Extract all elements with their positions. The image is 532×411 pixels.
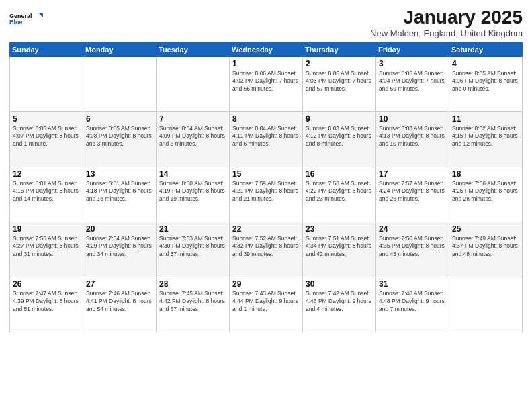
header-wednesday: Wednesday — [230, 43, 303, 57]
calendar-cell: 4Sunrise: 8:05 AM Sunset: 4:06 PM Daylig… — [449, 57, 523, 112]
calendar-cell: 12Sunrise: 8:01 AM Sunset: 4:16 PM Dayli… — [10, 167, 83, 222]
calendar-cell: 6Sunrise: 8:05 AM Sunset: 4:08 PM Daylig… — [83, 112, 157, 167]
day-number: 15 — [232, 169, 300, 179]
day-info: Sunrise: 8:03 AM Sunset: 4:13 PM Dayligh… — [379, 125, 446, 148]
calendar-cell: 27Sunrise: 7:46 AM Sunset: 4:41 PM Dayli… — [83, 277, 157, 332]
day-number: 12 — [13, 169, 80, 179]
day-number: 11 — [452, 114, 519, 124]
day-number: 27 — [86, 279, 153, 289]
day-number: 29 — [232, 279, 300, 289]
day-number: 17 — [379, 169, 446, 179]
calendar-cell: 26Sunrise: 7:47 AM Sunset: 4:39 PM Dayli… — [10, 277, 83, 332]
month-title: January 2025 — [370, 7, 523, 28]
calendar-cell: 2Sunrise: 8:06 AM Sunset: 4:03 PM Daylig… — [303, 57, 376, 112]
day-info: Sunrise: 8:02 AM Sunset: 4:15 PM Dayligh… — [452, 125, 519, 148]
calendar-cell — [10, 57, 83, 112]
header-saturday: Saturday — [449, 43, 523, 57]
calendar-cell: 28Sunrise: 7:45 AM Sunset: 4:42 PM Dayli… — [157, 277, 230, 332]
logo-svg: General Blue — [9, 7, 43, 31]
day-number: 8 — [232, 114, 300, 124]
day-info: Sunrise: 7:56 AM Sunset: 4:25 PM Dayligh… — [452, 180, 519, 203]
header: General Blue January 2025 New Malden, En… — [9, 7, 523, 38]
calendar-cell: 13Sunrise: 8:01 AM Sunset: 4:18 PM Dayli… — [83, 167, 157, 222]
day-info: Sunrise: 7:55 AM Sunset: 4:27 PM Dayligh… — [13, 235, 80, 258]
day-number: 13 — [86, 169, 153, 179]
day-number: 9 — [306, 114, 373, 124]
day-info: Sunrise: 8:05 AM Sunset: 4:04 PM Dayligh… — [379, 70, 446, 93]
calendar-cell: 16Sunrise: 7:58 AM Sunset: 4:22 PM Dayli… — [303, 167, 376, 222]
calendar-cell: 30Sunrise: 7:42 AM Sunset: 4:46 PM Dayli… — [303, 277, 376, 332]
day-info: Sunrise: 7:59 AM Sunset: 4:21 PM Dayligh… — [232, 180, 300, 203]
day-info: Sunrise: 7:52 AM Sunset: 4:32 PM Dayligh… — [232, 235, 300, 258]
calendar-cell: 5Sunrise: 8:05 AM Sunset: 4:07 PM Daylig… — [10, 112, 83, 167]
day-number: 30 — [306, 279, 373, 289]
calendar-cell: 21Sunrise: 7:53 AM Sunset: 4:30 PM Dayli… — [157, 222, 230, 277]
day-info: Sunrise: 8:03 AM Sunset: 4:12 PM Dayligh… — [306, 125, 373, 148]
day-info: Sunrise: 8:06 AM Sunset: 4:03 PM Dayligh… — [306, 70, 373, 93]
calendar-cell: 18Sunrise: 7:56 AM Sunset: 4:25 PM Dayli… — [449, 167, 523, 222]
day-number: 1 — [232, 59, 300, 68]
week-row-5: 26Sunrise: 7:47 AM Sunset: 4:39 PM Dayli… — [10, 277, 523, 332]
day-info: Sunrise: 7:51 AM Sunset: 4:34 PM Dayligh… — [306, 235, 373, 258]
day-info: Sunrise: 7:50 AM Sunset: 4:35 PM Dayligh… — [379, 235, 446, 258]
day-number: 4 — [452, 59, 519, 68]
day-number: 22 — [232, 224, 300, 234]
day-info: Sunrise: 7:58 AM Sunset: 4:22 PM Dayligh… — [306, 180, 373, 203]
calendar-table: SundayMondayTuesdayWednesdayThursdayFrid… — [9, 42, 523, 332]
day-info: Sunrise: 8:06 AM Sunset: 4:02 PM Dayligh… — [232, 70, 300, 93]
svg-text:Blue: Blue — [9, 19, 23, 26]
logo: General Blue — [9, 7, 43, 31]
calendar-cell: 7Sunrise: 8:04 AM Sunset: 4:09 PM Daylig… — [157, 112, 230, 167]
day-number: 3 — [379, 59, 446, 68]
day-info: Sunrise: 7:45 AM Sunset: 4:42 PM Dayligh… — [159, 290, 226, 313]
day-info: Sunrise: 7:49 AM Sunset: 4:37 PM Dayligh… — [452, 235, 519, 258]
day-number: 31 — [379, 279, 446, 289]
header-tuesday: Tuesday — [157, 43, 230, 57]
calendar-cell: 11Sunrise: 8:02 AM Sunset: 4:15 PM Dayli… — [449, 112, 523, 167]
day-number: 16 — [306, 169, 373, 179]
calendar-cell: 1Sunrise: 8:06 AM Sunset: 4:02 PM Daylig… — [230, 57, 303, 112]
day-info: Sunrise: 7:53 AM Sunset: 4:30 PM Dayligh… — [159, 235, 226, 258]
calendar-cell: 29Sunrise: 7:43 AM Sunset: 4:44 PM Dayli… — [230, 277, 303, 332]
calendar-cell: 19Sunrise: 7:55 AM Sunset: 4:27 PM Dayli… — [10, 222, 83, 277]
header-monday: Monday — [83, 43, 157, 57]
day-info: Sunrise: 8:05 AM Sunset: 4:06 PM Dayligh… — [452, 70, 519, 93]
week-row-3: 12Sunrise: 8:01 AM Sunset: 4:16 PM Dayli… — [10, 167, 523, 222]
location: New Malden, England, United Kingdom — [370, 28, 523, 38]
day-info: Sunrise: 8:01 AM Sunset: 4:18 PM Dayligh… — [86, 180, 153, 203]
calendar-cell: 8Sunrise: 8:04 AM Sunset: 4:11 PM Daylig… — [230, 112, 303, 167]
day-number: 6 — [86, 114, 153, 124]
day-number: 14 — [159, 169, 226, 179]
calendar-cell — [157, 57, 230, 112]
calendar-cell: 24Sunrise: 7:50 AM Sunset: 4:35 PM Dayli… — [376, 222, 449, 277]
svg-text:General: General — [9, 13, 32, 19]
day-info: Sunrise: 7:46 AM Sunset: 4:41 PM Dayligh… — [86, 290, 153, 313]
calendar-cell: 20Sunrise: 7:54 AM Sunset: 4:29 PM Dayli… — [83, 222, 157, 277]
calendar-cell — [83, 57, 157, 112]
day-number: 10 — [379, 114, 446, 124]
calendar-cell: 23Sunrise: 7:51 AM Sunset: 4:34 PM Dayli… — [303, 222, 376, 277]
calendar-cell: 10Sunrise: 8:03 AM Sunset: 4:13 PM Dayli… — [376, 112, 449, 167]
day-info: Sunrise: 8:04 AM Sunset: 4:11 PM Dayligh… — [232, 125, 300, 148]
header-sunday: Sunday — [10, 43, 83, 57]
day-info: Sunrise: 8:00 AM Sunset: 4:19 PM Dayligh… — [159, 180, 226, 203]
day-number: 21 — [159, 224, 226, 234]
svg-marker-2 — [39, 13, 43, 17]
calendar-header-row: SundayMondayTuesdayWednesdayThursdayFrid… — [10, 43, 523, 57]
week-row-2: 5Sunrise: 8:05 AM Sunset: 4:07 PM Daylig… — [10, 112, 523, 167]
day-number: 2 — [306, 59, 373, 68]
day-number: 19 — [13, 224, 80, 234]
day-number: 26 — [13, 279, 80, 289]
header-friday: Friday — [376, 43, 449, 57]
calendar-cell: 22Sunrise: 7:52 AM Sunset: 4:32 PM Dayli… — [230, 222, 303, 277]
calendar-cell: 25Sunrise: 7:49 AM Sunset: 4:37 PM Dayli… — [449, 222, 523, 277]
day-number: 18 — [452, 169, 519, 179]
day-info: Sunrise: 7:57 AM Sunset: 4:24 PM Dayligh… — [379, 180, 446, 203]
calendar-cell: 14Sunrise: 8:00 AM Sunset: 4:19 PM Dayli… — [157, 167, 230, 222]
day-info: Sunrise: 8:04 AM Sunset: 4:09 PM Dayligh… — [159, 125, 226, 148]
calendar-cell: 31Sunrise: 7:40 AM Sunset: 4:48 PM Dayli… — [376, 277, 449, 332]
title-area: January 2025 New Malden, England, United… — [370, 7, 523, 38]
calendar-cell: 15Sunrise: 7:59 AM Sunset: 4:21 PM Dayli… — [230, 167, 303, 222]
day-info: Sunrise: 8:05 AM Sunset: 4:07 PM Dayligh… — [13, 125, 80, 148]
day-number: 24 — [379, 224, 446, 234]
